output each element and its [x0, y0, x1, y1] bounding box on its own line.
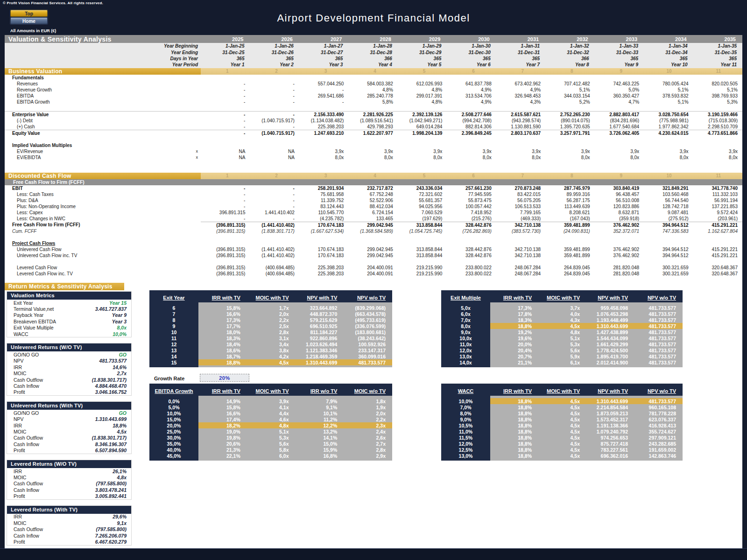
row-label: Enterprise Value — [5, 111, 201, 118]
value-cell — [447, 75, 496, 81]
table-row: 25,0%19,0%5,1x13,2%2,4x — [149, 428, 392, 434]
metric-value: 4.884.468.470 — [95, 383, 127, 389]
value-cell: (715.018.309) — [693, 118, 742, 124]
value-cell: 328.442.876 — [447, 246, 496, 252]
value-cell: - — [201, 191, 250, 197]
value-cell: 365 — [595, 56, 644, 62]
table-row: Plus: Non-Operating Income--83.124.44388… — [5, 203, 742, 210]
value-cell: 365 — [299, 56, 348, 62]
metric-value: GO — [119, 352, 127, 357]
value-cell: 299.017.391 — [398, 93, 447, 99]
metric-label: MOIC — [14, 520, 26, 526]
value-cell: 5,1x — [538, 335, 586, 341]
value-cell: 232.717.872 — [348, 185, 397, 191]
spacer-cell — [538, 459, 586, 461]
value-cell: 323.664.892 — [296, 305, 344, 311]
value-cell: - — [201, 124, 250, 130]
value-cell: 16,8% — [296, 453, 344, 459]
value-cell: - — [250, 87, 299, 93]
table-row: Revenue Growth---4,8%4,8%4,9%4,9%5,1%5,0… — [5, 87, 742, 93]
value-cell: 142.863.746 — [634, 453, 683, 459]
metric-label: Cash Inflow — [14, 383, 39, 389]
value-cell: 4,8% — [398, 87, 447, 93]
table-row: 10,0%16,6%4,4x10,1%2,0x — [149, 410, 392, 416]
row-label-text: Revenues — [17, 81, 38, 86]
metrics-row: Cash Inflow8.346.196.307 — [7, 441, 131, 447]
value-cell: 2.281.926.225 — [348, 111, 397, 118]
table-row: 10,0x19,6%5,1x1.544.434.099481.733.577 — [441, 335, 683, 341]
table-row: Cum. FCFF(396.891.315)(1.838.301.717)(1.… — [5, 228, 742, 234]
value-cell: 18,0% — [198, 329, 247, 335]
value-cell: 1.079.240.792 — [586, 428, 634, 434]
table-row: Year Ending31-Dec-2531-Dec-2631-Dec-2731… — [5, 49, 742, 55]
period-number: 5 — [398, 68, 447, 75]
row-key: 11,5% — [441, 434, 490, 441]
column-header: NPV with TV — [586, 384, 634, 396]
row-key: 12,5% — [441, 447, 490, 453]
value-cell: 4,5x — [538, 453, 586, 459]
metrics-panels: Valuation MetricsExit YearYear 15Termina… — [7, 291, 132, 551]
table-row: 0,0%14,9%3,9x7,9%1,8x — [149, 398, 392, 404]
table-row — [5, 167, 742, 173]
metric-value: 3.461.727.837 — [95, 306, 127, 312]
value-cell: 5,1% — [644, 99, 693, 105]
value-cell: 1.677.540.684 — [595, 124, 644, 130]
value-cell: 5,3x — [538, 341, 586, 347]
value-cell: 1-Jan-35 — [693, 43, 742, 49]
row-label: (+) Cash — [5, 124, 201, 130]
period-number: 2 — [250, 173, 299, 179]
value-cell: 1.218.469.359 — [296, 353, 344, 359]
value-cell: 359.481.899 — [545, 246, 594, 252]
section-title-valuation: Valuation & Sensitivity Analysis — [5, 35, 201, 43]
value-cell: 696.362.016 — [586, 453, 634, 459]
row-label-text: Free Cash Flow to Firm (FCFF) — [12, 222, 80, 227]
column-header: IRR w/o TV — [296, 384, 344, 396]
row-label: Plus: D&A — [5, 197, 201, 203]
value-cell: 2.156.333.490 — [299, 111, 348, 118]
table-header-row: Exit YearIRR with TVMOIC with TVNPV with… — [149, 290, 392, 302]
value-cell: 17,7% — [198, 323, 247, 329]
value-cell: 342.710.138 — [496, 252, 545, 259]
spacer-cell — [149, 459, 198, 461]
value-cell: (38.243.642) — [344, 335, 392, 341]
value-cell: 285.240.778 — [348, 93, 397, 99]
year-header: 2028 — [348, 35, 397, 43]
growth-rate-input[interactable]: 20% — [200, 374, 249, 382]
table-row: Levered Cash Flow(396.891.315)(400.694.4… — [5, 265, 742, 271]
row-label: Fundamentals — [5, 75, 201, 81]
value-cell: 5,8x — [247, 447, 296, 453]
table-row: 1018,0%2,8x811.184.227(183.800.681) — [149, 329, 392, 335]
value-cell: 320.648.367 — [693, 271, 742, 277]
ebitda-growth-sensitivity-table: EBITDA GrowthIRR with TVMOIC with TVIRR … — [149, 384, 392, 461]
value-cell: 300.321.659 — [644, 265, 693, 271]
value-cell: 366 — [348, 56, 397, 62]
value-cell: 326.948.453 — [496, 93, 545, 99]
value-cell — [250, 75, 299, 81]
value-cell: 83.422.015 — [496, 191, 545, 197]
value-cell: 94.025.956 — [398, 203, 447, 210]
blank-cell — [5, 234, 742, 240]
value-cell: 56.287.175 — [545, 197, 594, 203]
value-cell: 649.014.284 — [398, 124, 447, 130]
row-key: 5,0% — [149, 404, 198, 410]
metrics-panel-title: Valuation Metrics — [7, 292, 131, 300]
row-label: Free Cash Flow to Firm (FCFF) — [5, 179, 201, 185]
growth-rate-label: Growth Rate — [154, 376, 184, 381]
value-cell: (943.298.574) — [496, 118, 545, 124]
value-cell: 14,9% — [198, 398, 247, 404]
value-cell: 67.752.248 — [348, 191, 397, 197]
value-cell: 52.522.906 — [348, 197, 397, 203]
value-cell: 2.803.170.637 — [496, 130, 545, 136]
row-key: 12 — [149, 341, 198, 347]
value-cell: 365 — [644, 56, 693, 62]
value-cell: 5,1% — [545, 87, 594, 93]
value-cell: 481.733.577 — [634, 317, 683, 323]
value-cell: (1.368.584.589) — [348, 228, 397, 234]
table-row: Plus: D&A--11.339.75252.522.90655.681.35… — [5, 197, 742, 203]
value-cell: NA — [201, 148, 250, 154]
period-number: 4 — [348, 173, 397, 179]
table-row: 7,0%18,8%4,5x2.214.854.584960.165.108 — [441, 404, 683, 410]
value-cell: 11.339.752 — [299, 197, 348, 203]
value-cell: - — [201, 216, 250, 222]
value-cell — [496, 75, 545, 81]
